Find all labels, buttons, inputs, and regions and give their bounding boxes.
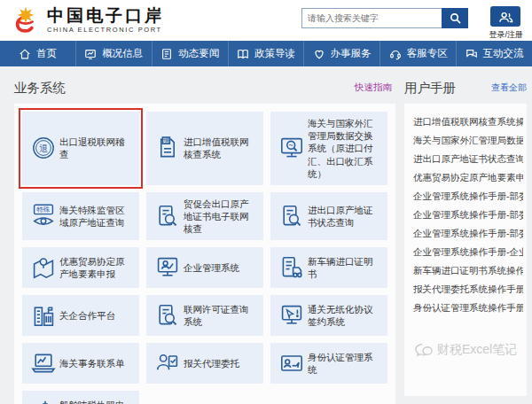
manual-link[interactable]: 优惠贸易协定原产地要素申报系统 [413, 168, 523, 187]
laptop-icon [27, 349, 59, 377]
site-logo: 中国电子口岸 CHINA ELECTRONIC PORT [11, 5, 164, 35]
card-origin-cert-status-query[interactable]: 进出口原产地证书状态查询 [270, 192, 387, 241]
nav-item-overview[interactable]: 概况信息 [75, 41, 152, 66]
card-ship-tonnage-tax-license[interactable]: 船舶吨税执照申请 [22, 391, 139, 404]
heart-service-icon [313, 48, 325, 60]
manual-link[interactable]: 身份认证管理系统操作手册 [413, 299, 523, 317]
manual-link[interactable]: 新车辆进口证明书系统操作手册 [413, 261, 523, 280]
nav-item-home[interactable]: 首页 [0, 41, 75, 66]
manual-link[interactable]: 企业管理系统操作手册-部委端 [413, 206, 523, 224]
policy-book-icon [237, 48, 249, 60]
logo-subtitle: CHINA ELECTRONIC PORT [47, 26, 164, 34]
nav-item-news[interactable]: 动态要闻 [152, 41, 228, 66]
svg-text:特殊: 特殊 [35, 206, 51, 214]
card-customs-safe-data-exchange[interactable]: 海关与国家外汇管理局数据交换系统（原进口付汇、出口收汇系统） [270, 112, 387, 185]
card-fta-origin-declaration[interactable]: 优惠贸易协定原产地要素申报 [22, 247, 139, 288]
building-icon [27, 301, 59, 330]
nav-item-service[interactable]: 办事服务 [303, 41, 379, 66]
card-customs-affairs-contact[interactable]: 海关事务联系单 [22, 343, 139, 384]
manual-link[interactable]: 报关代理委托系统操作手册 [413, 280, 523, 299]
map-pin-icon [27, 253, 59, 282]
card-customs-broker-entrust[interactable]: 报关代理委托 [146, 343, 263, 384]
monitor-search-icon [276, 134, 308, 162]
doc-search-icon [276, 202, 308, 230]
port-emblem-icon [11, 5, 41, 35]
business-systems-section: 业务系统 快速指南 退 出口退税联网稽查 [14, 78, 395, 404]
monitor-sign-icon [276, 301, 308, 330]
manual-link[interactable]: 海关与国家外汇管理局数据交换系 [413, 131, 523, 150]
doc-truck-icon [276, 253, 308, 282]
monitor-person-icon [152, 253, 184, 282]
site-header: 中国电子口岸 CHINA ELECTRONIC PORT 登录/注册 [0, 0, 532, 41]
card-enterprise-management[interactable]: 企业管理系统 [146, 247, 263, 288]
watermark-text: 财税Excel笔记 [437, 342, 517, 358]
nav-item-support[interactable]: 客服专区 [379, 41, 456, 66]
manual-link[interactable]: 企业管理系统操作手册-企业端 [413, 243, 523, 261]
search-icon [450, 12, 461, 24]
manual-link[interactable]: 企业管理系统操作手册-部委端 [413, 224, 523, 243]
svg-text:增: 增 [162, 136, 169, 144]
user-icon [498, 11, 513, 23]
card-new-vehicle-import-cert[interactable]: 新车辆进口证明书 [270, 247, 387, 288]
tax-refund-icon: 退 [27, 134, 59, 162]
quick-guide-link[interactable]: 快速指南 [355, 82, 392, 94]
watermark: 财税Excel笔记 [415, 342, 523, 358]
special-eye-icon: 特殊 [27, 202, 59, 230]
ship-icon [27, 397, 59, 404]
business-systems-title: 业务系统 [14, 80, 66, 97]
login-register-link[interactable]: 登录/注册 [489, 29, 523, 41]
user-account-button[interactable] [490, 6, 520, 27]
card-paperless-clearance-agreement[interactable]: 通关无纸化协议签约系统 [270, 295, 387, 336]
doc-search-icon [152, 202, 184, 230]
main-nav: 首页 概况信息 动态要闻 政策导读 办事服务 客服专区 互动交流 [0, 41, 532, 66]
card-ccpit-origin-cert-check[interactable]: 贸促会出口原产地证书电子联网核查 [146, 192, 263, 241]
card-special-zone-origin-query[interactable]: 特殊 海关特殊监管区域原产地证查询 [22, 192, 139, 241]
card-export-tax-refund[interactable]: 退 出口退税联网稽查 [22, 112, 139, 185]
card-networked-license-query[interactable]: 联网许可证查询系统 [146, 295, 263, 336]
person-clipboard-icon [152, 349, 184, 377]
user-manual-title: 用户手册 [404, 80, 456, 97]
page-content: 业务系统 快速指南 退 出口退税联网稽查 [0, 66, 532, 404]
vat-doc-icon: 增 [152, 134, 184, 162]
overview-icon [84, 48, 97, 60]
search-button[interactable] [442, 8, 468, 28]
card-customs-enterprise-platform[interactable]: 关企合作平台 [22, 295, 139, 336]
nav-item-policy[interactable]: 政策导读 [228, 41, 304, 66]
news-icon [160, 48, 173, 60]
id-card-icon [276, 349, 308, 377]
logo-title: 中国电子口岸 [47, 7, 164, 26]
doc-search-icon [152, 301, 184, 330]
search-bar [301, 8, 468, 28]
card-import-vat-check[interactable]: 增 进口增值税联网核查系统 [146, 112, 263, 185]
view-all-link[interactable]: 查看全部 [491, 82, 527, 94]
headset-icon [389, 48, 402, 60]
card-identity-auth-management[interactable]: 身份认证管理系统 [270, 343, 387, 384]
search-input[interactable] [301, 8, 442, 28]
watermark-chat-icon [415, 343, 433, 358]
svg-text:退: 退 [39, 144, 48, 153]
manual-link[interactable]: 进口增值税联网核查系统操作手册 [413, 113, 523, 131]
manual-link[interactable]: 进出口原产地证书状态查询系统操 [413, 150, 523, 168]
manual-link[interactable]: 企业管理系统操作手册-部委端 [413, 187, 523, 206]
home-icon [19, 48, 31, 60]
business-systems-panel: 退 出口退税联网稽查 增 进口增值税联网核查系统 [14, 104, 395, 404]
nav-item-interaction[interactable]: 互动交流 [456, 41, 532, 66]
user-manual-panel: 进口增值税联网核查系统操作手册 海关与国家外汇管理局数据交换系 进出口原产地证书… [404, 104, 527, 396]
chat-icon [466, 48, 478, 60]
user-manual-section: 用户手册 查看全部 进口增值税联网核查系统操作手册 海关与国家外汇管理局数据交换… [404, 78, 527, 404]
